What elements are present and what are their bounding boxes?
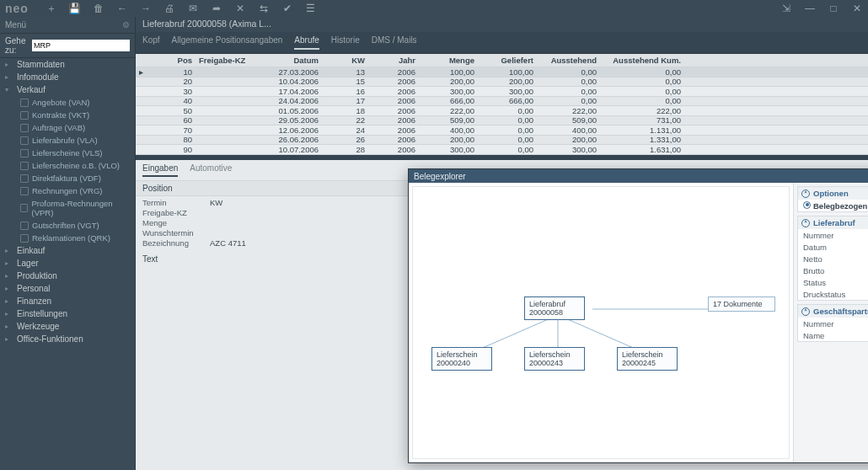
nav-finanzen[interactable]: ▸Finanzen (0, 295, 135, 307)
list-icon[interactable]: ☰ (305, 3, 317, 14)
tab-historie[interactable]: Historie (331, 35, 360, 50)
nav-gutschriften-vgt-[interactable]: Gutschriften (VGT) (15, 219, 135, 232)
nav-lieferscheine-vls-[interactable]: Lieferscheine (VLS) (15, 147, 135, 159)
field-freigabe-label: Freigabe-KZ (142, 208, 210, 217)
lower-tab-automotive[interactable]: Automotive (190, 163, 232, 177)
radio-belegbezogen[interactable] (803, 201, 811, 209)
app-logo: neo (5, 2, 46, 15)
tab-kopf[interactable]: Kopf (142, 35, 160, 50)
field-menge-label: Menge (142, 218, 210, 227)
close-window-icon[interactable]: ✕ (851, 3, 863, 14)
partner-title: Geschäftspartner (813, 307, 868, 316)
nav-einstellungen[interactable]: ▸Einstellungen (0, 307, 135, 320)
main-tabs: KopfAllgemeine PositionsangabenAbrufeHis… (136, 32, 868, 54)
options-title: Optionen (813, 189, 849, 198)
nav-produktion[interactable]: ▸Produktion (0, 270, 135, 282)
nav-infomodule[interactable]: ▸Infomodule (0, 71, 135, 83)
field-termin-label: Termin (142, 198, 210, 207)
print-icon[interactable]: 🖨 (163, 3, 175, 14)
nav-stammdaten[interactable]: ▸Stammdaten (0, 58, 135, 71)
goto-input[interactable] (32, 40, 130, 51)
menu-settings-icon[interactable]: ⚙ (122, 20, 130, 29)
field-kw-label: KW (210, 198, 277, 207)
mail-icon[interactable]: ✉ (187, 3, 199, 14)
nav-kontrakte-vkt-[interactable]: Kontrakte (VKT) (15, 109, 135, 121)
branch-icon[interactable]: ⇆ (258, 3, 270, 14)
nav-direktfaktura-vdf-[interactable]: Direktfaktura (VDF) (15, 172, 135, 184)
table-row[interactable]: 9010.07.2006282006300,000,00300,001.631,… (136, 145, 868, 155)
field-bezeichnung-label: Bezeichnung (142, 238, 210, 248)
tab-abrufe[interactable]: Abrufe (294, 35, 319, 50)
calloff-grid[interactable]: PosFreigabe-KZDatumKWJahrMengeGeliefertA… (136, 54, 868, 155)
detach-icon[interactable]: ⇲ (780, 3, 792, 14)
nav-verkauf[interactable]: ▾Verkauf (0, 83, 135, 96)
lieferabruf-title: Lieferabruf (813, 218, 855, 227)
node-child-2[interactable]: Lieferschein20000243 (524, 347, 585, 371)
node-root[interactable]: Lieferabruf 20000058 (524, 296, 585, 320)
node-child-1[interactable]: Lieferschein20000240 (431, 347, 492, 371)
document-diagram[interactable]: Lieferabruf 20000058 17 Dokumente Liefer… (412, 186, 790, 459)
confirm-icon[interactable]: ✔ (281, 3, 293, 14)
nav-angebote-van-[interactable]: Angebote (VAN) (15, 96, 135, 109)
top-toolbar: neo ＋ 💾 🗑 ← → 🖨 ✉ ➦ ✕ ⇆ ✔ ☰ ⇲ — □ ✕ (0, 0, 868, 17)
maximize-icon[interactable]: □ (828, 3, 839, 14)
belegexplorer-dialog: Belegexplorer ✕ Lieferabruf 20000058 (408, 168, 868, 463)
nav-reklamationen-qrk-[interactable]: Reklamationen (QRK) (15, 232, 135, 244)
nav-office-funktionen[interactable]: ▸Office-Funktionen (0, 333, 135, 345)
field-wunsch-label: Wunschtermin (142, 228, 210, 238)
sidebar: Menü ⚙ Gehe zu: ▸Stammdaten▸Infomodule▾V… (0, 17, 136, 470)
nav-lieferabrufe-vla-[interactable]: Lieferabrufe (VLA) (15, 134, 135, 147)
share-icon[interactable]: ➦ (211, 3, 222, 14)
back-icon[interactable]: ← (116, 3, 128, 14)
nav-rechnungen-vrg-[interactable]: Rechnungen (VRG) (15, 184, 135, 197)
lower-tab-eingaben[interactable]: Eingaben (142, 163, 178, 177)
dialog-side-panel: ˄Optionen Belegbezogen Positionsbezogen … (793, 183, 868, 462)
dialog-title: Belegexplorer (414, 172, 466, 181)
field-bezeichnung-value: AZC 4711 (210, 238, 277, 248)
save-icon[interactable]: 💾 (69, 3, 81, 14)
nav-proforma-rechnungen-vpr-[interactable]: Proforma-Rechnungen (VPR) (15, 197, 135, 219)
add-icon[interactable]: ＋ (46, 3, 57, 14)
tab-allgemeine-positionsangaben[interactable]: Allgemeine Positionsangaben (172, 35, 283, 50)
nav-einkauf[interactable]: ▸Einkauf (0, 244, 135, 257)
delete-icon[interactable]: 🗑 (93, 3, 104, 14)
goto-label: Gehe zu: (5, 36, 29, 55)
nav-personal[interactable]: ▸Personal (0, 282, 135, 295)
nav-auftr-ge-vab-[interactable]: Aufträge (VAB) (15, 121, 135, 134)
document-title: Lieferabruf 20000058 (Axima L... (136, 17, 868, 32)
tab-dms-mails[interactable]: DMS / Mails (372, 35, 417, 50)
menu-title: Menü (5, 20, 26, 29)
node-documents[interactable]: 17 Dokumente (708, 296, 775, 312)
nav-lager[interactable]: ▸Lager (0, 257, 135, 270)
node-child-3[interactable]: Lieferschein20000245 (617, 347, 678, 371)
nav-lieferscheine-o-b-vlo-[interactable]: Lieferscheine o.B. (VLO) (15, 159, 135, 172)
minimize-icon[interactable]: — (804, 3, 816, 14)
cancel-icon[interactable]: ✕ (234, 3, 246, 14)
nav-werkzeuge[interactable]: ▸Werkzeuge (0, 320, 135, 333)
forward-icon[interactable]: → (140, 3, 152, 14)
